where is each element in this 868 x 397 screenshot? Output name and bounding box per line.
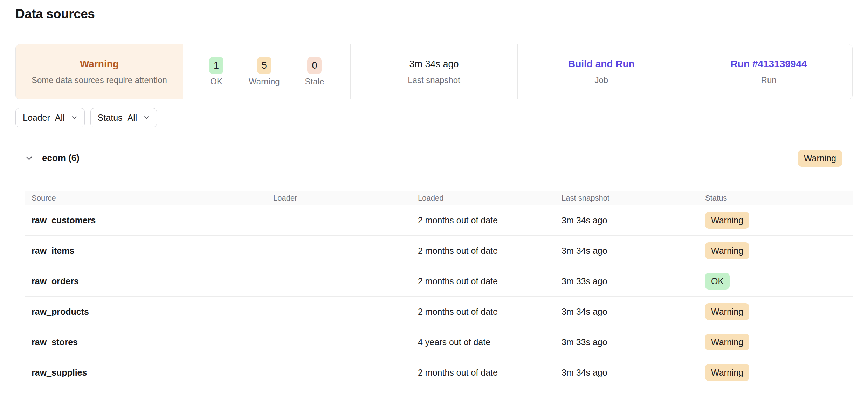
status-count-item: 1 OK	[209, 57, 223, 86]
chevron-down-icon[interactable]	[25, 154, 34, 163]
cell-status: Warning	[705, 212, 853, 229]
table-row[interactable]: raw_supplies 2 months out of date 3m 34s…	[25, 357, 853, 388]
cell-source: raw_stores	[32, 337, 273, 347]
filters-bar: Loader All Status All	[15, 108, 853, 127]
cell-loaded: 2 months out of date	[418, 215, 562, 225]
cell-loaded: 2 months out of date	[418, 368, 562, 378]
status-filter-value: All	[128, 113, 137, 123]
table-row[interactable]: raw_stores 4 years out of date 3m 33s ag…	[25, 327, 853, 357]
cell-last-snapshot: 3m 34s ago	[562, 246, 705, 256]
status-badge: Warning	[705, 212, 749, 229]
cell-last-snapshot: 3m 34s ago	[562, 368, 705, 378]
job-label: Job	[594, 75, 608, 85]
cell-last-snapshot: 3m 34s ago	[562, 307, 705, 317]
data-sources-table: SourceLoaderLoadedLast snapshotStatus ra…	[25, 191, 853, 388]
cell-status: Warning	[705, 242, 853, 259]
table-header-row: SourceLoaderLoadedLast snapshotStatus	[25, 191, 853, 205]
column-header-loaded: Loaded	[418, 194, 562, 203]
status-badge: Warning	[705, 334, 749, 350]
page-title: Data sources	[15, 7, 95, 21]
status-filter-dropdown[interactable]: Status All	[90, 108, 157, 127]
column-header-status: Status	[705, 194, 853, 203]
cell-status: OK	[705, 273, 853, 290]
status-counts-card: 1 OK 5 Warning 0 Stale	[183, 44, 351, 99]
status-badge: Warning	[705, 364, 749, 381]
cell-last-snapshot: 3m 33s ago	[562, 276, 705, 286]
last-snapshot-value: 3m 34s ago	[409, 59, 459, 70]
cell-loaded: 2 months out of date	[418, 246, 562, 256]
cell-source: raw_supplies	[32, 368, 273, 378]
status-count-item: 0 Stale	[305, 57, 324, 86]
table-body: raw_customers 2 months out of date 3m 34…	[25, 205, 853, 388]
status-count-pill: 1	[209, 57, 223, 74]
cell-status: Warning	[705, 364, 853, 381]
last-snapshot-label: Last snapshot	[408, 75, 460, 85]
cell-status: Warning	[705, 303, 853, 320]
job-link[interactable]: Build and Run	[568, 58, 635, 70]
run-link[interactable]: Run #413139944	[731, 58, 807, 70]
cell-last-snapshot: 3m 33s ago	[562, 337, 705, 347]
loader-filter-dropdown[interactable]: Loader All	[15, 108, 85, 127]
run-label: Run	[761, 75, 777, 85]
table-row[interactable]: raw_customers 2 months out of date 3m 34…	[25, 205, 853, 236]
table-row[interactable]: raw_products 2 months out of date 3m 34s…	[25, 297, 853, 327]
section-divider	[15, 137, 853, 137]
status-filter-name: Status	[98, 113, 123, 123]
status-count-pill: 0	[307, 57, 322, 74]
table-row[interactable]: raw_items 2 months out of date 3m 34s ag…	[25, 236, 853, 266]
table-row[interactable]: raw_orders 2 months out of date 3m 33s a…	[25, 266, 853, 297]
last-snapshot-card: 3m 34s ago Last snapshot	[351, 44, 518, 99]
cell-source: raw_customers	[32, 215, 273, 225]
column-header-last-snapshot: Last snapshot	[562, 194, 705, 203]
cell-last-snapshot: 3m 34s ago	[562, 215, 705, 225]
job-card: Build and Run Job	[518, 44, 685, 99]
status-counts: 1 OK 5 Warning 0 Stale	[209, 57, 324, 86]
status-count-label: Warning	[249, 77, 280, 86]
cell-loaded: 2 months out of date	[418, 276, 562, 286]
cell-loaded: 4 years out of date	[418, 337, 562, 347]
overall-status-title: Warning	[80, 58, 119, 70]
cell-status: Warning	[705, 334, 853, 350]
status-count-item: 5 Warning	[249, 57, 280, 86]
group-title: ecom (6)	[42, 153, 80, 163]
cell-source: raw_orders	[32, 276, 273, 286]
group-header-ecom[interactable]: ecom (6) Warning	[15, 150, 853, 166]
summary-strip: Warning Some data sources require attent…	[15, 44, 853, 99]
run-card: Run #413139944 Run	[685, 44, 852, 99]
loader-filter-name: Loader	[23, 113, 50, 123]
cell-loaded: 2 months out of date	[418, 307, 562, 317]
chevron-down-icon	[70, 114, 78, 121]
chevron-down-icon	[143, 114, 150, 121]
status-count-label: OK	[210, 77, 222, 86]
loader-filter-value: All	[55, 113, 65, 123]
status-badge: OK	[705, 273, 730, 290]
status-count-label: Stale	[305, 77, 324, 86]
status-count-pill: 5	[257, 57, 271, 74]
column-header-source: Source	[32, 194, 273, 203]
page-header: Data sources	[0, 0, 868, 28]
status-badge: Warning	[705, 242, 749, 259]
cell-source: raw_items	[32, 246, 273, 256]
column-header-loader: Loader	[273, 194, 418, 203]
status-badge: Warning	[705, 303, 749, 320]
overall-status-card: Warning Some data sources require attent…	[16, 44, 183, 99]
cell-source: raw_products	[32, 307, 273, 317]
overall-status-subtitle: Some data sources require attention	[32, 75, 167, 85]
group-status-badge: Warning	[798, 150, 842, 167]
